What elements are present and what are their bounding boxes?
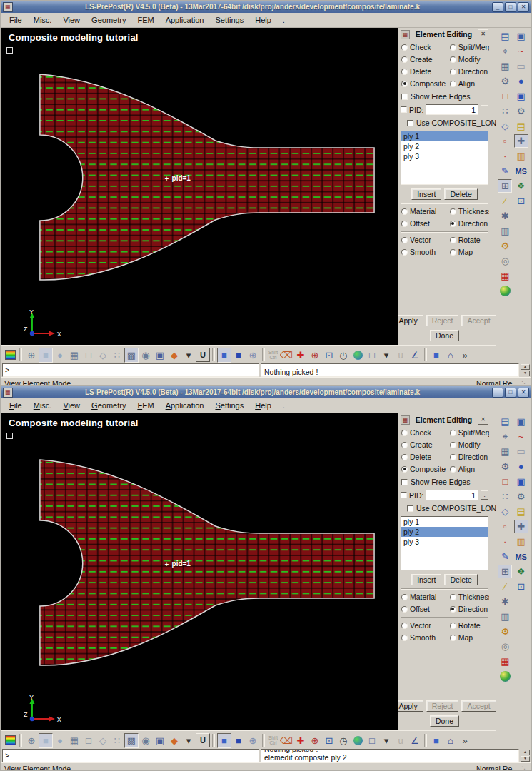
ply-list-item[interactable]: ply 1 [401,517,488,527]
menu-item-application[interactable]: Application [160,400,210,410]
property-radio-thickness[interactable]: Thickness [450,207,489,216]
property-radio-thickness[interactable]: Thickness [450,593,489,601]
done-button[interactable]: Done [430,715,459,727]
mesh-shaded-view-icon[interactable]: ▩ [124,348,139,363]
view-dropdown-icon[interactable]: ▾ [181,348,196,363]
menu-item-fem[interactable]: FEM [131,400,159,410]
red-points-icon[interactable]: ∙ [498,535,512,548]
menu-item-geometry[interactable]: Geometry [86,400,131,410]
menu-item-application[interactable]: Application [160,15,210,25]
composite-part-mesh[interactable] [40,460,374,665]
mode-radio-create[interactable]: Create [401,440,450,449]
keypad-icon[interactable]: ▤ [498,415,512,428]
copy-list-icon[interactable]: ▥ [514,535,528,548]
sphere-icon[interactable]: ● [514,74,528,88]
perspective-cube-icon[interactable]: □ [365,348,379,363]
solid-cube-icon[interactable]: ■ [217,348,231,363]
mesh-star-icon[interactable]: ✱ [498,209,512,223]
gears-icon[interactable]: ⚙ [514,490,528,503]
curve-points-icon[interactable]: ~ [514,44,528,58]
eraser-icon[interactable]: ⌫ [279,733,293,748]
axes-icon[interactable]: ∠ [408,733,422,748]
mesh-sphere-view-icon[interactable]: ◉ [139,348,153,363]
copy-list-icon[interactable]: ▥ [514,149,528,163]
dashed-region-icon[interactable]: ▫ [498,134,512,148]
fringe-plot-icon[interactable] [3,348,17,363]
dense-wire-view-icon[interactable]: ▦ [67,348,81,363]
graphics-viewport[interactable]: Composite modeling tutorial [1,28,398,345]
mode-radio-delete[interactable]: Delete [401,67,450,76]
pid-more-button[interactable]: . [481,105,488,114]
dense-wire-view-icon[interactable]: ▦ [67,733,81,748]
spray-mesh-icon[interactable]: ∷ [498,104,512,118]
red-grid-icon[interactable]: ▦ [498,269,512,283]
gears-icon[interactable]: ⚙ [514,104,528,118]
ply-list-item[interactable]: ply 2 [401,527,488,537]
wheel-icon[interactable]: ◎ [498,640,512,653]
property-radio-material[interactable]: Material [401,207,450,216]
mode-radio-check[interactable]: Check [401,43,450,51]
ply-list-item[interactable]: ply 3 [401,537,488,547]
probe-box-icon[interactable]: ▣ [514,475,528,488]
property-radio-offset[interactable]: Offset [401,219,450,228]
shaded-view-icon[interactable]: ■ [39,348,53,363]
fringe-diamond-icon[interactable]: ◆ [167,733,181,748]
move-mesh-icon[interactable]: ✚ [514,134,528,148]
pid-input[interactable] [426,490,478,500]
axes-icon[interactable]: ∠ [408,348,422,363]
plane-icon[interactable]: ▭ [514,445,528,458]
eraser-icon[interactable]: ⌫ [279,348,293,363]
mesh-star-icon[interactable]: ✱ [498,595,512,608]
ms-icon[interactable]: MS [514,164,528,178]
pencil-icon[interactable]: ✎ [498,550,512,563]
minimize-button[interactable]: _ [492,2,503,12]
mode-radio-modify[interactable]: Modify [450,440,489,449]
direction-radio-rotate[interactable]: Rotate [450,236,489,244]
clock-icon[interactable]: ◷ [336,348,351,363]
card-icon[interactable]: ▣ [514,415,528,428]
use-composite-long-checkbox[interactable]: Use COMPOSITE_LONG [406,116,489,129]
close-button[interactable]: ✕ [518,2,529,12]
mesh-solid-view-icon[interactable]: ▣ [153,733,167,748]
mode-radio-create[interactable]: Create [401,55,450,64]
maximize-button[interactable]: □ [505,388,516,398]
notes-icon[interactable]: ▤ [514,119,528,133]
mode-radio-composite[interactable]: Composite [401,79,450,88]
panel-title-bar[interactable]: ▦ Element Editing ✕ [400,29,489,40]
hidden-line-view-icon[interactable]: ◇ [96,733,110,748]
mode-radio-composite[interactable]: Composite [401,465,450,473]
command-prompt-input[interactable]: > [2,363,259,377]
panel-close-icon[interactable]: ✕ [478,29,488,39]
ply-list-item[interactable]: ply 3 [401,151,488,161]
material-ball-icon[interactable] [498,670,512,683]
identify-element-icon[interactable]: ⊞ [498,179,512,193]
property-radio-offset[interactable]: Offset [401,605,450,613]
wheel-icon[interactable]: ◎ [498,254,512,268]
home-icon[interactable]: ⌂ [443,348,458,363]
diagnose-icon[interactable]: ❖ [514,565,528,578]
property-radio-direction[interactable]: Direction [450,219,489,228]
dashed-region-icon[interactable]: ▫ [498,520,512,533]
run-gear-icon[interactable]: ⚙ [498,625,512,638]
shaded-sphere-view-icon[interactable]: ● [53,348,67,363]
direction-radio-smooth[interactable]: Smooth [401,633,450,642]
mesh-sphere-view-icon[interactable]: ◉ [139,733,153,748]
menu-item-geometry[interactable]: Geometry [86,15,131,25]
clock-icon[interactable]: ◷ [336,733,351,748]
mode-radio-align[interactable]: Align [450,79,489,88]
area-select-icon[interactable]: □ [498,475,512,488]
ply-list-item[interactable]: ply 1 [401,131,488,141]
pid-checkbox[interactable] [401,492,407,498]
mode-radio-split-merge[interactable]: Split/Merge [450,428,489,437]
menu-item-misc[interactable]: Misc. [28,15,58,25]
u-small-icon[interactable]: u [393,733,408,748]
fringe-plot-icon[interactable] [3,733,17,748]
maximize-button[interactable]: □ [505,2,516,12]
minimize-button[interactable]: _ [492,388,503,398]
scroll-down-button[interactable]: ▼ [521,371,530,376]
probe-box-icon[interactable]: ▣ [514,89,528,103]
solid-cube-alt-icon[interactable]: ■ [231,348,246,363]
resize-grip[interactable]: ⋱ [521,765,528,771]
u-small-icon[interactable]: u [393,348,408,363]
shift-ctrl-keys[interactable]: ShiftCtrl [267,733,279,748]
